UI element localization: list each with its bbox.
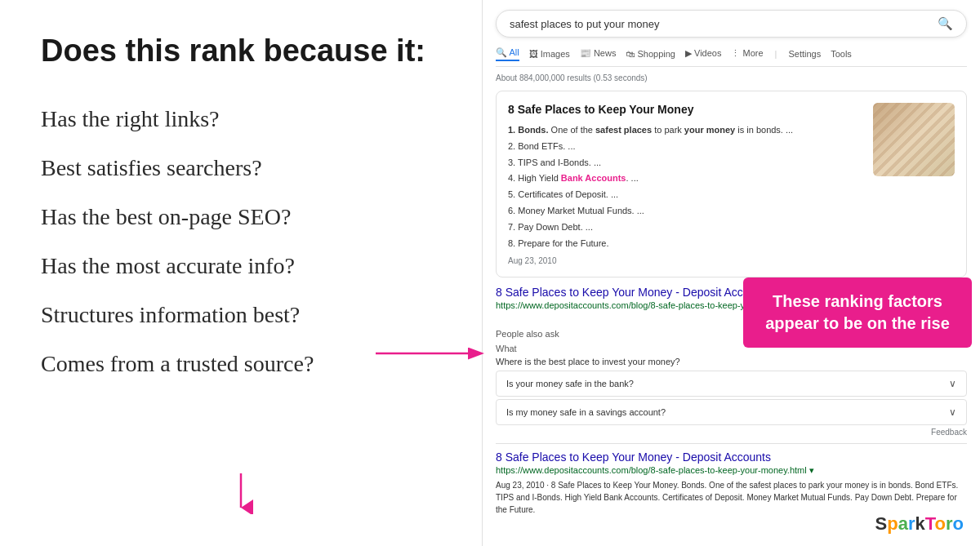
question-text-3: Has the best on-page SEO? xyxy=(41,204,291,229)
paa-where: Where is the best place to invest your m… xyxy=(496,357,967,366)
spark-a: a xyxy=(898,513,908,534)
toro-o1: o xyxy=(935,513,946,534)
snippet-item-2: 2. Bond ETFs. ... xyxy=(508,139,863,155)
paa-chevron-2: ∨ xyxy=(949,406,956,418)
nav-separator: | xyxy=(775,49,777,59)
arrow-down-trusted xyxy=(229,473,253,517)
question-text-6: Comes from a trusted source? xyxy=(41,351,314,376)
snippet-item-7: 7. Pay Down Debt. ... xyxy=(508,220,863,236)
snippet-item-3: 3. TIPS and I-Bonds. ... xyxy=(508,155,863,171)
bottom-search-result: 8 Safe Places to Keep Your Money - Depos… xyxy=(496,443,967,516)
featured-snippet-text: 8 Safe Places to Keep Your Money 1. Bond… xyxy=(508,103,863,265)
search-icon: 🔍 xyxy=(938,16,953,31)
bottom-result-title[interactable]: 8 Safe Places to Keep Your Money - Depos… xyxy=(496,451,967,464)
toro-r1: r xyxy=(946,513,953,534)
featured-image-texture xyxy=(873,103,955,176)
paa-item-text-1: Is your money safe in the bank? xyxy=(506,379,634,388)
featured-snippet-list: 1. Bonds. One of the safest places to pa… xyxy=(508,122,863,251)
spark-p: p xyxy=(887,513,898,534)
paa-item-1[interactable]: Is your money safe in the bank? ∨ xyxy=(496,371,967,397)
paa-chevron-1: ∨ xyxy=(949,378,956,389)
question-text-5: Structures information best? xyxy=(41,302,300,327)
paa-item-2[interactable]: Is my money safe in a savings account? ∨ xyxy=(496,399,967,425)
question-item-3: Has the best on-page SEO? xyxy=(41,193,441,242)
nav-tab-videos[interactable]: ▶ Videos xyxy=(685,47,722,60)
featured-snippet-card: 8 Safe Places to Keep Your Money 1. Bond… xyxy=(496,91,967,277)
sparktoro-logo: SparkToro xyxy=(875,513,964,535)
featured-image xyxy=(873,103,955,176)
featured-date: Aug 23, 2010 xyxy=(508,256,863,265)
question-text-1: Has the right links? xyxy=(41,106,220,131)
callout-box: These ranking factors appear to be on th… xyxy=(743,277,972,348)
snippet-item-4: 4. High Yield Bank Accounts. ... xyxy=(508,171,863,187)
google-search-panel: safest places to put your money 🔍 🔍 All … xyxy=(482,0,980,546)
paa-feedback[interactable]: Feedback xyxy=(931,428,967,437)
spark-k: k xyxy=(915,513,924,534)
search-input-sim[interactable]: safest places to put your money 🔍 xyxy=(496,10,967,38)
main-heading: Does this rank because it: xyxy=(41,33,441,70)
nav-tab-news[interactable]: 📰 News xyxy=(580,47,617,60)
question-item-5: Structures information best? xyxy=(41,291,441,340)
arrow-right-accurate xyxy=(376,341,490,369)
callout-text: These ranking factors appear to be on th… xyxy=(765,292,950,332)
nav-tab-shopping[interactable]: 🛍 Shopping xyxy=(626,47,675,60)
question-item-1: Has the right links? xyxy=(41,95,441,144)
nav-tab-images[interactable]: 🖼 Images xyxy=(529,47,570,60)
featured-snippet-title: 8 Safe Places to Keep Your Money xyxy=(508,103,863,116)
snippet-item-6: 6. Money Market Mutual Funds. ... xyxy=(508,203,863,220)
snippet-item-5: 5. Certificates of Deposit. ... xyxy=(508,187,863,203)
question-item-4: Has the most accurate info? xyxy=(41,242,441,291)
spark-s: S xyxy=(875,513,888,534)
toro-o2: o xyxy=(953,513,964,534)
nav-tab-settings[interactable]: Settings xyxy=(788,47,821,60)
google-sim: safest places to put your money 🔍 🔍 All … xyxy=(483,0,980,546)
question-item-2: Best satisfies searchers? xyxy=(41,144,441,193)
bottom-result-snippet: Aug 23, 2010 · 8 Safe Places to Keep You… xyxy=(496,479,967,516)
question-text-2: Best satisfies searchers? xyxy=(41,155,262,180)
paa-item-text-2: Is my money safe in a savings account? xyxy=(506,407,666,417)
paa-header: People also ask xyxy=(496,329,559,339)
nav-tab-more[interactable]: ⋮ More xyxy=(731,47,763,60)
google-nav: 🔍 All 🖼 Images 📰 News 🛍 Shopping ▶ Video… xyxy=(496,46,967,67)
search-query-text: safest places to put your money xyxy=(510,18,660,30)
snippet-item-8: 8. Prepare for the Future. xyxy=(508,236,863,252)
bottom-result-url: https://www.depositaccounts.com/blog/8-s… xyxy=(496,465,967,476)
question-text-4: Has the most accurate info? xyxy=(41,253,295,278)
left-panel: Does this rank because it: Has the right… xyxy=(0,0,474,546)
results-count: About 884,000,000 results (0.53 seconds) xyxy=(496,73,967,82)
toro-T: T xyxy=(925,513,935,534)
search-bar-row: safest places to put your money 🔍 xyxy=(496,10,967,38)
snippet-item-1: 1. Bonds. One of the safest places to pa… xyxy=(508,122,863,139)
nav-tab-all[interactable]: 🔍 All xyxy=(496,46,519,61)
nav-tab-tools[interactable]: Tools xyxy=(831,47,852,60)
